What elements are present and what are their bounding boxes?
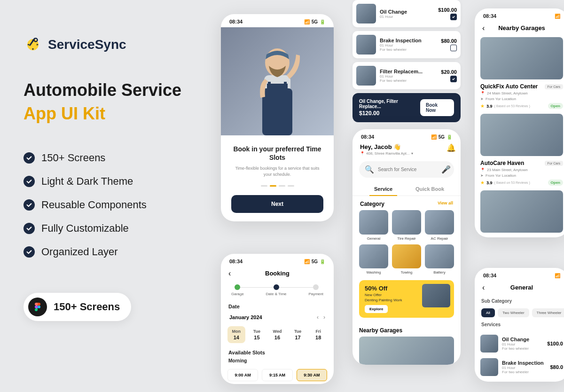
nearby-garage-image[interactable]	[359, 337, 454, 365]
pin-icon: 📍	[360, 151, 365, 156]
chevron-down-icon: ▾	[411, 151, 413, 156]
category-item[interactable]: Towing	[392, 244, 421, 275]
status-bar: 08:34📶5G🔋	[221, 14, 334, 27]
pin-icon: 📍	[480, 91, 485, 95]
time-slot[interactable]: 9:30 AM	[297, 369, 327, 381]
services-selection: Oil Change01 Hour $100.00 Brake Inspecti…	[352, 0, 461, 122]
figma-icon	[28, 298, 47, 316]
category-title: Category	[360, 201, 384, 207]
status-bar: 08:34📶	[475, 268, 564, 281]
time-slot[interactable]: 9:15 AM	[262, 369, 292, 381]
service-card[interactable]: Oil Change01 Hour $100.00	[352, 0, 461, 27]
service-thumbnail	[480, 358, 498, 376]
filter-chip[interactable]: All	[481, 308, 495, 317]
garage-image	[480, 37, 563, 79]
svg-point-3	[38, 306, 40, 308]
time-slot[interactable]: 9:00 AM	[227, 369, 258, 381]
calendar-day[interactable]: Tue15	[248, 326, 266, 343]
garage-image	[480, 190, 563, 233]
calendar-day[interactable]: Wed16	[268, 326, 286, 343]
service-card[interactable]: Brake Inspection01 HourFor two wheeler $…	[352, 31, 461, 58]
check-icon	[24, 152, 35, 164]
brand-row: ServiceSync	[24, 35, 202, 54]
filter-chip[interactable]: Three Wheeler	[532, 308, 564, 317]
feature-item: Organized Layer	[24, 246, 202, 258]
route-icon: ➤	[480, 173, 484, 178]
features-list: 150+ Screens Light & Dark Theme Reusable…	[24, 152, 202, 258]
explore-button[interactable]: Explore	[365, 305, 388, 313]
onboarding-subtitle: Time-flexible bookings for a service tha…	[231, 165, 323, 177]
booking-stepper: Garage Date & Time Payment	[221, 282, 334, 301]
category-item[interactable]: Battery	[425, 244, 454, 275]
feature-item: Reusable Components	[24, 199, 202, 211]
status-bar: 08:34📶	[475, 8, 564, 22]
garage-image	[480, 114, 563, 156]
date-label: Date	[221, 301, 334, 312]
onboarding-hero-image	[221, 27, 334, 135]
nearby-title: Nearby Garages	[359, 327, 454, 334]
mic-icon[interactable]: 🎤	[441, 165, 451, 174]
back-icon[interactable]: ‹	[482, 24, 485, 32]
subcategory-label: Sub Category	[475, 297, 564, 306]
next-month-icon[interactable]: ›	[323, 314, 325, 321]
headline-accent: App UI Kit	[24, 104, 202, 124]
brand-logo-icon	[24, 35, 42, 54]
feature-item: Light & Dark Theme	[24, 175, 202, 188]
prev-month-icon[interactable]: ‹	[317, 314, 319, 321]
star-icon: ★	[480, 103, 485, 109]
status-bar: 08:34📶5G🔋	[352, 129, 461, 142]
greeting: Hey, Jacob 👋	[360, 143, 413, 150]
bell-icon[interactable]: 🔔	[446, 143, 453, 150]
checkbox-icon[interactable]	[450, 76, 457, 82]
check-icon	[24, 246, 35, 258]
back-icon[interactable]: ‹	[228, 269, 231, 278]
service-row[interactable]: Brake Inspection01 HourFor two wheeler $…	[480, 355, 563, 379]
category-item[interactable]: Washing	[359, 244, 388, 275]
status-bar: 08:34📶5G🔋	[221, 254, 334, 267]
view-all-link[interactable]: View all	[438, 201, 453, 207]
garage-card[interactable]: QuickFix Auto CenterFor Cars 📍24 Main St…	[475, 37, 564, 114]
garage-card[interactable]: AutoCare HavenFor Cars 📍23 Main Street, …	[475, 114, 564, 190]
search-icon: 🔍	[365, 165, 374, 174]
page-dots	[231, 185, 323, 187]
checkbox-icon[interactable]	[450, 45, 457, 51]
phone-nearby-garages: 08:34📶 ‹Nearby Garages QuickFix Auto Cen…	[475, 8, 564, 237]
period-label: Morning	[221, 358, 334, 366]
check-icon	[24, 199, 35, 211]
book-now-button[interactable]: Book Now	[420, 99, 454, 116]
promo-banner[interactable]: 50% Off New Offer Denting Painting Work …	[359, 280, 454, 318]
services-label: Services	[475, 320, 564, 329]
phone-home: 08:34📶5G🔋 Hey, Jacob 👋 📍408, Shree Ramvi…	[352, 129, 461, 365]
screen-count-pill: 150+ Screens	[24, 293, 131, 321]
address[interactable]: 📍408, Shree Ramvilla Apt...▾	[360, 151, 413, 156]
svg-rect-8	[268, 82, 271, 90]
filter-chip[interactable]: Two Wheeler	[498, 308, 529, 317]
calendar-day[interactable]: Mon14	[227, 326, 245, 343]
tab-quick-book[interactable]: Quick Book	[407, 182, 453, 196]
category-item[interactable]: Tire Repair	[392, 210, 421, 241]
next-button[interactable]: Next	[231, 195, 323, 213]
calendar-day[interactable]: Tue17	[289, 326, 307, 343]
category-item[interactable]: AC Repair	[425, 210, 454, 241]
pin-icon: 📍	[480, 168, 485, 172]
calendar-day[interactable]: Fri18	[309, 326, 327, 343]
route-icon: ➤	[480, 97, 484, 101]
service-row[interactable]: Oil Change01 HourFor two wheeler $100.0	[480, 332, 563, 355]
service-card[interactable]: Filter Replacem...01 HourFor two wheeler…	[352, 62, 461, 89]
search-input[interactable]: 🔍 🎤	[359, 161, 454, 178]
phone-booking: 08:34📶5G🔋 ‹ Booking Garage Date & Time P…	[221, 254, 334, 384]
step-done-icon	[235, 284, 240, 290]
feature-item: Fully Customizable	[24, 222, 202, 235]
category-item[interactable]: General	[359, 210, 388, 241]
tab-service[interactable]: Service	[360, 182, 407, 196]
check-icon	[24, 176, 35, 187]
garage-card[interactable]	[475, 190, 564, 237]
svg-rect-9	[284, 82, 287, 90]
step-active-icon	[274, 284, 279, 290]
service-thumbnail	[356, 66, 376, 86]
promo-image	[422, 284, 450, 307]
check-icon	[24, 223, 35, 234]
checkbox-icon[interactable]	[450, 14, 457, 20]
back-icon[interactable]: ‹	[482, 283, 485, 292]
service-thumbnail	[356, 35, 376, 55]
